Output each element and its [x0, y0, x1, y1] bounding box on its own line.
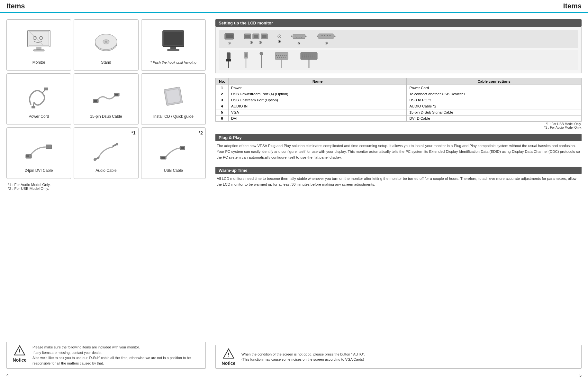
svg-point-119: [304, 57, 305, 57]
svg-point-66: [303, 36, 303, 36]
svg-point-72: [317, 36, 318, 37]
footer-left: 4: [6, 373, 294, 378]
port-6: ⑥: [317, 33, 336, 45]
footnotes: *1 : For Audio Model Only. *2 : For USB …: [6, 183, 206, 190]
svg-text:!: !: [228, 352, 229, 357]
svg-point-30: [28, 155, 29, 156]
svg-rect-24: [117, 94, 118, 96]
port-5-number: ⑤: [297, 41, 301, 45]
header-title-left: Items: [6, 2, 25, 10]
svg-point-67: [296, 37, 296, 38]
right-notice-label: Notice: [222, 361, 236, 366]
cable-vga-svg: [274, 52, 290, 68]
item-monitor: Monitor: [6, 19, 71, 71]
svg-point-68: [298, 37, 298, 38]
svg-point-108: [285, 57, 286, 58]
svg-rect-90: [226, 59, 231, 61]
left-notice-box: ! Notice Please make sure the following …: [6, 342, 206, 369]
cd-image: [157, 80, 189, 112]
cell-name: AUDIO IN: [229, 103, 407, 109]
cell-name: Power: [229, 85, 407, 91]
left-notice-text: Please make sure the following items are…: [32, 345, 202, 366]
header-title-right: Items: [563, 2, 582, 10]
svg-rect-57: [262, 35, 267, 38]
usb-badge: *2: [199, 130, 203, 135]
port-4: ④: [277, 34, 281, 44]
cell-cable: DVI-D Cable: [407, 116, 582, 122]
usb-svg: [159, 136, 188, 165]
svg-rect-20: [96, 100, 97, 102]
svg-rect-53: [245, 35, 250, 38]
svg-point-42: [94, 158, 96, 161]
item-install-cd: Install CD / Quick guide: [141, 73, 206, 125]
svg-rect-23: [116, 94, 117, 96]
cable-audio-svg: [259, 52, 264, 68]
svg-point-114: [308, 55, 309, 55]
svg-point-113: [306, 55, 307, 55]
svg-point-112: [304, 55, 305, 55]
svg-point-77: [326, 35, 326, 36]
cd-label: Install CD / Quick guide: [153, 114, 194, 119]
header-right: Items: [294, 0, 588, 12]
footnote-1: *1 : For Audio Model Only.: [8, 183, 206, 187]
usb-cable-image: [157, 134, 189, 166]
svg-rect-22: [115, 94, 116, 96]
svg-rect-18: [94, 100, 95, 102]
svg-point-100: [280, 55, 281, 56]
svg-point-124: [314, 57, 314, 57]
cell-name: USB Upstream Port (Option): [229, 97, 407, 103]
push-hook-svg: [159, 28, 188, 57]
lcd-diagram: ①: [215, 27, 582, 73]
svg-point-123: [312, 57, 312, 57]
dsub-label: 15-pin Dsub Cable: [90, 114, 122, 119]
item-usb-cable: *2 USB Cable: [141, 127, 206, 179]
item-stand: Stand: [74, 19, 138, 71]
svg-point-65: [301, 36, 301, 36]
cable-vga: [274, 52, 290, 68]
left-notice-icon-area: ! Notice: [10, 345, 29, 363]
svg-point-121: [308, 57, 309, 57]
svg-point-84: [326, 37, 326, 37]
cell-no: 2: [216, 91, 229, 97]
cell-cable: To connect another USB Device*1: [407, 91, 582, 97]
item-push-hook: * Push the hook until hanging: [141, 19, 206, 71]
svg-point-71: [305, 36, 306, 37]
cell-no: 5: [216, 109, 229, 116]
cell-name: DVI: [229, 116, 407, 122]
svg-rect-15: [32, 106, 35, 108]
right-notice-icon-area: ! Notice: [219, 348, 238, 366]
item-dvi-cable: 24pin DVI Cable: [6, 127, 71, 179]
footer-right: 5: [294, 373, 582, 378]
svg-point-62: [295, 36, 295, 36]
svg-point-33: [28, 156, 29, 157]
cable-dvi-svg: [299, 52, 319, 68]
port-2-icon: [244, 33, 251, 39]
svg-point-35: [47, 146, 47, 146]
svg-point-120: [306, 57, 307, 57]
monitor-svg: [24, 28, 53, 57]
col-name: Name: [229, 78, 407, 85]
port-23-numbers: ② ③: [250, 41, 262, 45]
cd-svg: [159, 82, 188, 111]
cable-audio: [259, 52, 264, 68]
warmup-section: Warm-up Time All LCD monitors need time …: [215, 167, 582, 190]
push-hook-label: * Push the hook until hanging: [150, 60, 196, 64]
svg-rect-26: [166, 89, 181, 104]
cell-name: USB Downstream Port (4) (Option): [229, 91, 407, 97]
warmup-text: All LCD monitors need time to become the…: [215, 174, 582, 190]
monitor-image: [23, 26, 55, 58]
dvi-cable-image: [23, 134, 55, 166]
svg-point-117: [314, 55, 314, 55]
svg-point-37: [49, 146, 49, 146]
svg-point-80: [330, 35, 331, 36]
svg-point-78: [327, 35, 328, 36]
svg-point-79: [329, 35, 330, 36]
svg-point-36: [48, 146, 48, 146]
left-notice-label: Notice: [13, 357, 27, 363]
svg-rect-16: [44, 88, 48, 90]
table-row: 5 VGA 15-pin D-Sub Signal Cable: [216, 109, 582, 116]
svg-point-122: [310, 57, 311, 57]
left-panel: Monitor Stand: [0, 13, 212, 372]
stand-label: Stand: [101, 60, 111, 65]
cable-dvi: [299, 52, 319, 68]
